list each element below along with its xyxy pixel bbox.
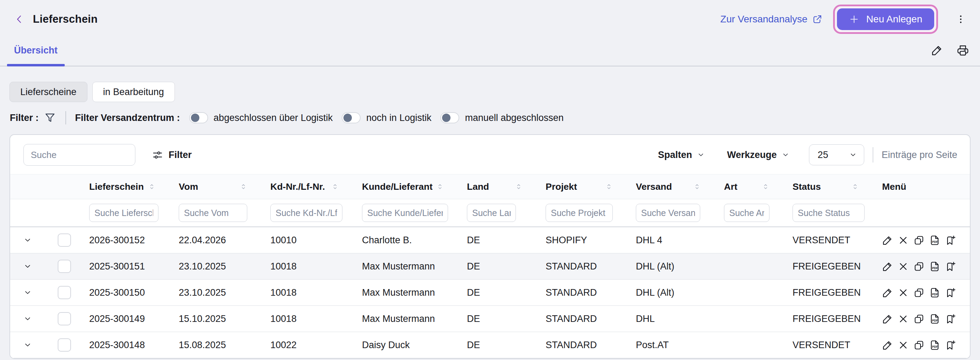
delete-row-button[interactable] [898, 261, 908, 272]
versandanalyse-link[interactable]: Zur Versandanalyse [721, 14, 822, 25]
cell-land: DE [460, 340, 539, 350]
column-search-input-kunde[interactable] [362, 204, 448, 222]
row-checkbox[interactable] [58, 233, 71, 247]
cell-vom: 22.04.2026 [172, 235, 263, 246]
col-header-lieferschein[interactable]: Lieferschein [82, 181, 172, 192]
col-header-projekt[interactable]: Projekt [539, 181, 629, 192]
column-search-input-lieferschein[interactable] [89, 204, 158, 222]
view-button-lieferscheine[interactable]: Lieferscheine [10, 82, 88, 102]
bookmark-add-row-button[interactable] [945, 340, 956, 350]
cell-versand: Post.AT [629, 340, 717, 350]
page-size-value: 25 [818, 150, 828, 160]
app-header: Lieferschein Zur Versandanalyse Neu Anle… [0, 0, 980, 35]
cell-kdnr: 10018 [263, 287, 355, 298]
tools-dropdown[interactable]: Werkzeuge [727, 150, 789, 160]
chevron-down-icon [849, 151, 857, 159]
cell-land: DE [460, 235, 539, 246]
copy-row-button[interactable] [913, 340, 924, 350]
chevron-down-icon [24, 314, 32, 323]
expand-row-button[interactable] [24, 236, 32, 244]
tab-uebersicht[interactable]: Übersicht [7, 35, 65, 66]
edit-row-button[interactable] [882, 314, 893, 324]
toggle-manuell-abgeschlossen[interactable] [440, 112, 459, 124]
pdf-row-button[interactable]: PDF [929, 314, 940, 324]
checkbox-cell [45, 338, 82, 352]
pdf-row-button[interactable]: PDF [929, 235, 940, 246]
svg-text:PDF: PDF [932, 293, 938, 296]
expand-row-button[interactable] [24, 262, 32, 271]
edit-button[interactable] [931, 44, 943, 56]
page-size-select[interactable]: 25 [809, 144, 864, 165]
row-checkbox[interactable] [58, 286, 71, 299]
pdf-row-button[interactable]: PDF [929, 287, 940, 298]
toggle-abgeschlossen-ueber-logistik[interactable] [189, 112, 208, 124]
copy-row-button[interactable] [913, 287, 924, 298]
row-checkbox[interactable] [58, 260, 71, 273]
col-header-kunde[interactable]: Kunde/Lieferant [355, 181, 460, 192]
delete-row-button[interactable] [898, 314, 908, 324]
column-search-input-kdnr[interactable] [270, 204, 342, 222]
col-header-label: Lieferschein [89, 181, 144, 192]
column-search-input-vom[interactable] [179, 204, 247, 222]
copy-row-button[interactable] [913, 235, 924, 246]
pdf-row-button[interactable]: PDF [929, 261, 940, 272]
search-input[interactable] [24, 144, 135, 166]
copy-icon [913, 314, 924, 324]
back-button[interactable] [14, 14, 24, 24]
bookmark-add-row-button[interactable] [945, 314, 956, 324]
col-header-art[interactable]: Art [717, 181, 786, 192]
row-actions: PDF [875, 340, 970, 350]
column-search-input-versand[interactable] [636, 204, 700, 222]
table-row: 2025-30014815.08.202510022Daisy DuckDEST… [10, 332, 970, 358]
table-filter-button[interactable]: Filter [152, 150, 192, 160]
expand-row-button[interactable] [24, 289, 32, 297]
toggle-noch-in-logistik[interactable] [342, 112, 361, 124]
expand-cell [10, 341, 45, 349]
delete-row-button[interactable] [898, 287, 908, 298]
cell-kdnr: 10018 [263, 261, 355, 272]
expand-row-button[interactable] [24, 314, 32, 323]
view-button-in-bearbeitung[interactable]: in Bearbeitung [92, 82, 175, 102]
row-checkbox[interactable] [58, 312, 71, 325]
bookmark-add-row-button[interactable] [945, 287, 956, 298]
col-header-status[interactable]: Status [786, 181, 875, 192]
column-search-input-projekt[interactable] [546, 204, 613, 222]
overflow-menu-button[interactable] [956, 14, 966, 24]
columns-dropdown[interactable]: Spalten [658, 150, 705, 160]
page-title: Lieferschein [33, 13, 97, 25]
bookmark-add-icon [945, 287, 956, 298]
cell-kunde: Daisy Duck [355, 340, 460, 350]
col-header-versand[interactable]: Versand [629, 181, 717, 192]
chevron-down-icon [24, 289, 32, 297]
row-checkbox[interactable] [58, 338, 71, 352]
sort-icon [693, 183, 701, 190]
col-header-vom[interactable]: Vom [172, 181, 263, 192]
cell-kunde: Max Mustermann [355, 314, 460, 324]
neu-anlegen-button[interactable]: Neu Anlegen [837, 8, 934, 30]
col-header-kdnr[interactable]: Kd-Nr./Lf-Nr. [263, 181, 355, 192]
funnel-icon[interactable] [45, 112, 56, 124]
col-header-land[interactable]: Land [460, 181, 539, 192]
print-button[interactable] [957, 44, 969, 56]
sort-icon [851, 183, 859, 190]
expand-row-button[interactable] [24, 341, 32, 349]
delete-icon [898, 287, 908, 298]
table-header-row: LieferscheinVomKd-Nr./Lf-Nr.Kunde/Liefer… [10, 174, 970, 199]
cell-versand: DHL (Alt) [629, 287, 717, 298]
edit-row-button[interactable] [882, 235, 893, 246]
table-search-row [10, 199, 970, 227]
edit-row-button[interactable] [882, 287, 893, 298]
column-search-input-status[interactable] [792, 204, 865, 222]
delete-row-button[interactable] [898, 340, 908, 350]
column-search-input-art[interactable] [724, 204, 770, 222]
copy-row-button[interactable] [913, 314, 924, 324]
pdf-row-button[interactable]: PDF [929, 340, 940, 350]
edit-icon [882, 235, 893, 246]
edit-row-button[interactable] [882, 261, 893, 272]
edit-row-button[interactable] [882, 340, 893, 350]
bookmark-add-row-button[interactable] [945, 235, 956, 246]
column-search-input-land[interactable] [467, 204, 516, 222]
delete-row-button[interactable] [898, 235, 908, 246]
copy-row-button[interactable] [913, 261, 924, 272]
bookmark-add-row-button[interactable] [945, 261, 956, 272]
